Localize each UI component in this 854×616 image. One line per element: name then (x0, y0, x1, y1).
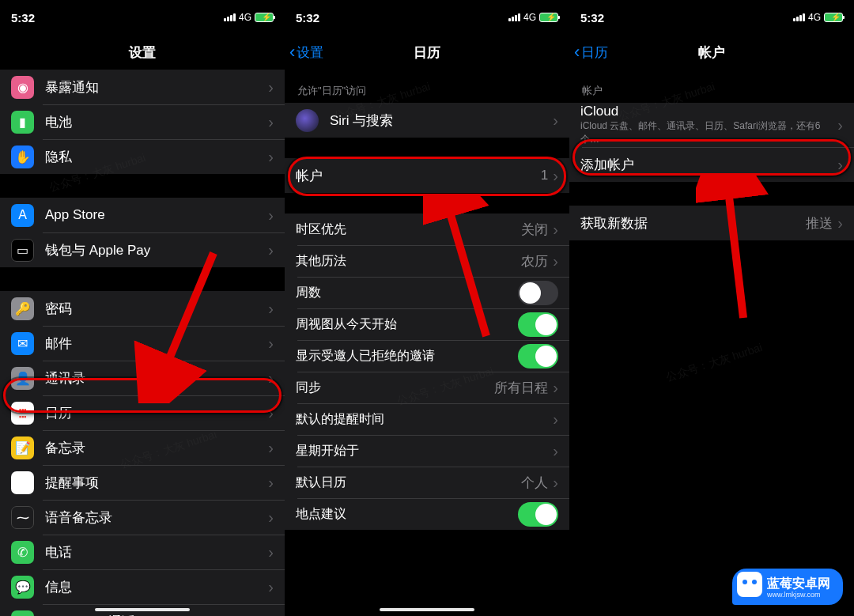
row-label: 帐户 (296, 167, 541, 185)
contacts-icon: 👤 (11, 367, 34, 390)
toggle-weekview[interactable] (518, 312, 558, 337)
row-contacts[interactable]: 👤通讯录› (0, 361, 285, 395)
row-calendar[interactable]: ▪▪▪▪▪▪日历› (0, 395, 285, 430)
row-weekview[interactable]: 周视图从今天开始 (285, 308, 569, 340)
row-add-account[interactable]: 添加帐户 › (569, 147, 854, 182)
row-accounts[interactable]: 帐户 1 › (285, 158, 569, 193)
row-mail[interactable]: ✉邮件› (0, 326, 285, 361)
nav-bar: ‹ 设置 日历 (285, 35, 569, 70)
row-reminders[interactable]: ●提醒事项› (0, 465, 285, 500)
icloud-title: iCloud (580, 104, 837, 119)
nav-title: 设置 (129, 43, 156, 62)
row-label: 电池 (45, 113, 268, 131)
chevron-right-icon: › (268, 78, 274, 96)
row-label: 周视图从今天开始 (296, 316, 518, 333)
chevron-left-icon: ‹ (289, 43, 295, 61)
chevron-right-icon: › (553, 111, 558, 130)
row-label: Siri 与搜索 (330, 111, 553, 130)
row-password[interactable]: 🔑密码› (0, 291, 285, 326)
row-label: 隐私 (45, 148, 268, 166)
row-siri-search[interactable]: Siri 与搜索 › (285, 103, 569, 138)
row-label: 周数 (296, 285, 518, 301)
logo-title: 蓝莓安卓网 (767, 576, 830, 591)
toggle-locsuggest[interactable] (518, 502, 558, 527)
signal-icon (793, 13, 805, 21)
home-indicator (380, 608, 474, 611)
chevron-right-icon: › (553, 410, 558, 429)
row-privacy[interactable]: ✋隐私› (0, 139, 285, 174)
chevron-right-icon: › (268, 404, 274, 422)
row-label: 获取新数据 (580, 214, 806, 232)
row-sync[interactable]: 同步所有日程› (285, 372, 569, 403)
row-battery[interactable]: ▮电池› (0, 104, 285, 139)
row-timezone[interactable]: 时区优先关闭› (285, 214, 569, 245)
network-label: 4G (523, 12, 536, 23)
nav-bar: ‹ 日历 帐户 (569, 35, 854, 70)
chevron-right-icon: › (837, 116, 843, 134)
chevron-right-icon: › (837, 156, 843, 174)
row-label: 语音备忘录 (45, 508, 268, 527)
chevron-right-icon: › (268, 241, 274, 259)
row-label: 默认的提醒时间 (296, 411, 553, 428)
row-label: 密码 (45, 300, 268, 318)
chevron-right-icon: › (268, 439, 274, 457)
row-phone[interactable]: ✆电话› (0, 535, 285, 569)
row-label: 添加帐户 (580, 156, 837, 174)
row-value: 推送 (806, 214, 833, 232)
chevron-right-icon: › (268, 334, 274, 353)
chevron-right-icon: › (553, 474, 558, 492)
row-value: 1 (541, 168, 548, 183)
row-label: 日历 (45, 404, 268, 422)
row-label: 同步 (296, 380, 494, 396)
chevron-right-icon: › (837, 214, 843, 232)
chevron-right-icon: › (268, 578, 274, 596)
appstore-icon: A (11, 204, 34, 227)
row-weeknum[interactable]: 周数 (285, 277, 569, 308)
watermark: 公众号：大灰 hurbai (664, 341, 764, 385)
row-value: 农历 (521, 252, 548, 270)
row-locsuggest[interactable]: 地点建议 (285, 498, 569, 530)
row-label: 电话 (45, 543, 268, 561)
site-logo-badge: 蓝莓安卓网 www.lmkjsw.com (732, 569, 843, 605)
row-label: App Store (45, 207, 268, 223)
row-defaultalert[interactable]: 默认的提醒时间› (285, 403, 569, 435)
mail-icon: ✉ (11, 332, 34, 355)
row-label: 备忘录 (45, 439, 268, 457)
row-label: 通讯录 (45, 369, 268, 387)
row-wallet[interactable]: ▭钱包与 Apple Pay› (0, 232, 285, 267)
chevron-right-icon: › (268, 474, 274, 492)
home-indicator (95, 608, 190, 611)
row-notes[interactable]: 📝备忘录› (0, 430, 285, 465)
chevron-right-icon: › (268, 613, 274, 617)
back-button[interactable]: ‹ 日历 (574, 43, 608, 62)
row-exposure[interactable]: ◉暴露通知› (0, 70, 285, 104)
row-altcal[interactable]: 其他历法农历› (285, 245, 569, 277)
back-button[interactable]: ‹ 设置 (289, 43, 323, 62)
row-weekstart[interactable]: 星期开始于› (285, 435, 569, 467)
chevron-right-icon: › (268, 300, 274, 318)
chevron-right-icon: › (268, 206, 274, 225)
row-declined[interactable]: 显示受邀人已拒绝的邀请 (285, 340, 569, 372)
row-label: 显示受邀人已拒绝的邀请 (296, 348, 518, 365)
voicememo-icon: ⁓ (11, 506, 34, 529)
status-time: 5:32 (11, 11, 35, 25)
battery-icon: ⚡ (539, 13, 558, 22)
nav-title: 帐户 (698, 43, 725, 62)
row-fetch-data[interactable]: 获取新数据 推送 › (569, 206, 854, 240)
panel-calendar-settings: 5:32 4G ⚡ ‹ 设置 日历 允许"日历"访问 Siri 与搜索 › (285, 0, 569, 616)
chevron-left-icon: ‹ (574, 43, 580, 61)
row-voicememo[interactable]: ⁓语音备忘录› (0, 500, 285, 535)
row-defaultcal[interactable]: 默认日历个人› (285, 467, 569, 498)
status-bar: 5:32 4G ⚡ (569, 0, 854, 35)
toggle-declined[interactable] (518, 344, 558, 368)
row-messages[interactable]: 💬信息› (0, 569, 285, 604)
row-value: 个人 (521, 474, 548, 492)
row-icloud-account[interactable]: iCloud iCloud 云盘、邮件、通讯录、日历、Safari浏览器，还有6… (569, 103, 854, 147)
siri-icon (296, 109, 319, 132)
chevron-right-icon: › (268, 508, 274, 527)
calendar-icon: ▪▪▪▪▪▪ (11, 402, 34, 425)
chevron-right-icon: › (553, 379, 558, 397)
toggle-weeknum[interactable] (518, 281, 558, 305)
row-appstore[interactable]: AApp Store› (0, 198, 285, 232)
back-label: 日历 (581, 43, 608, 62)
